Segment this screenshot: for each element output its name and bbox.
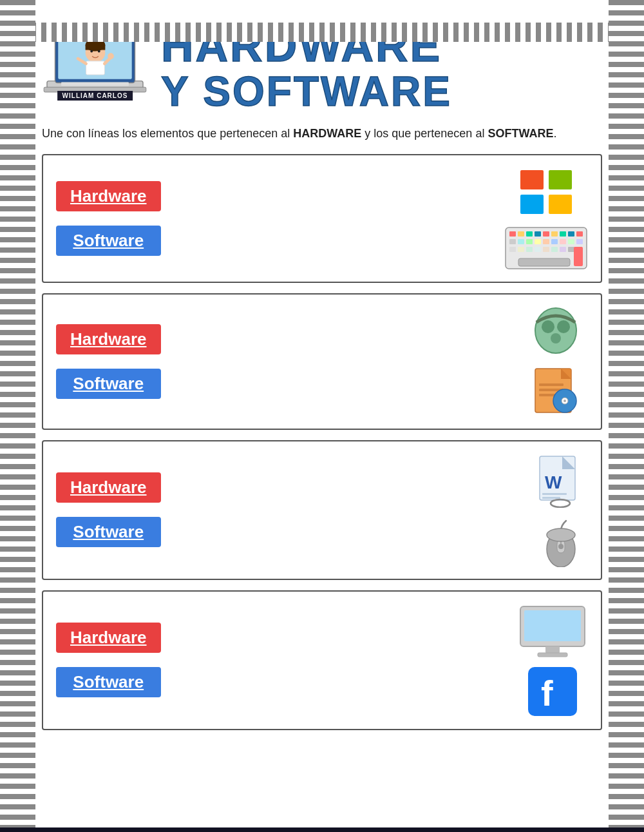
svg-rect-39 — [526, 247, 533, 252]
svg-rect-30 — [526, 239, 533, 244]
hardware-label-1[interactable]: Hardware — [56, 181, 161, 211]
svg-rect-37 — [509, 247, 516, 252]
svg-rect-41 — [543, 247, 549, 252]
svg-point-7 — [90, 50, 93, 52]
svg-rect-33 — [551, 239, 558, 244]
instruction-text-before: Une con líneas los elementos que pertene… — [42, 127, 293, 140]
labels-col-4: Hardware Software — [56, 623, 161, 697]
exercise-box-3: Hardware Software W — [42, 440, 602, 580]
page-wrapper: WILLIAM CARLOS HARDWARE Y SOFTWARE Une c… — [0, 23, 644, 832]
instruction-text-middle: y los que pertenecen al — [361, 127, 488, 140]
svg-rect-29 — [518, 239, 524, 244]
instruction-keyword1: HARDWARE — [293, 127, 361, 140]
svg-rect-45 — [518, 258, 570, 266]
monitor-icon — [517, 603, 588, 658]
svg-rect-32 — [543, 239, 549, 244]
hardware-label-2[interactable]: Hardware — [56, 324, 161, 354]
border-top — [0, 23, 644, 42]
svg-point-59 — [564, 400, 566, 402]
svg-rect-38 — [518, 247, 524, 252]
instruction-text-end: . — [553, 127, 556, 140]
svg-rect-26 — [568, 231, 574, 237]
svg-rect-42 — [551, 247, 558, 252]
word-app-icon: W — [533, 453, 588, 508]
svg-rect-54 — [539, 383, 564, 386]
svg-rect-16 — [520, 195, 544, 214]
svg-rect-43 — [560, 247, 566, 252]
svg-rect-21 — [526, 231, 533, 237]
svg-rect-22 — [535, 231, 541, 237]
svg-rect-36 — [576, 239, 583, 244]
labels-col-1: Hardware Software — [56, 181, 161, 256]
svg-rect-31 — [535, 239, 541, 244]
exercise-box-2: Hardware Software — [42, 293, 602, 430]
software-label-3[interactable]: Software — [56, 517, 161, 547]
svg-rect-46 — [574, 247, 583, 266]
facebook-icon: f — [527, 666, 578, 717]
instruction-text: Une con líneas los elementos que pertene… — [42, 125, 602, 142]
exercise-box-1: Hardware Software — [42, 154, 602, 283]
icons-col-3: W — [533, 453, 588, 567]
labels-col-3: Hardware Software — [56, 472, 161, 547]
keyboard-icon — [504, 226, 588, 270]
main-content: WILLIAM CARLOS HARDWARE Y SOFTWARE Une c… — [42, 23, 602, 730]
svg-rect-9 — [86, 61, 105, 75]
svg-rect-15 — [549, 170, 572, 189]
svg-rect-63 — [542, 493, 567, 495]
svg-rect-17 — [549, 195, 572, 214]
svg-rect-19 — [509, 231, 516, 237]
hardware-label-3[interactable]: Hardware — [56, 472, 161, 503]
svg-rect-24 — [551, 231, 558, 237]
svg-text:W: W — [545, 472, 562, 492]
mouse-icon — [535, 516, 587, 567]
svg-rect-14 — [520, 170, 544, 189]
svg-point-65 — [551, 499, 570, 507]
svg-text:f: f — [541, 673, 553, 713]
svg-rect-27 — [576, 231, 583, 237]
svg-point-50 — [551, 333, 561, 343]
svg-point-49 — [557, 320, 570, 333]
icons-col-2 — [524, 306, 588, 417]
title-line2: Y SOFTWARE — [161, 70, 602, 113]
speakers-icon — [524, 306, 588, 358]
svg-point-8 — [98, 50, 100, 52]
software-label-1[interactable]: Software — [56, 226, 161, 256]
icons-col-1 — [504, 167, 588, 270]
footer: ✶ ✶ WISEWORKSHEETS.COM ✶ ✶ WISEWORKSHEET… — [0, 827, 644, 832]
svg-rect-53 — [561, 369, 571, 379]
instruction-keyword2: SOFTWARE — [488, 127, 553, 140]
svg-rect-40 — [535, 247, 541, 252]
svg-rect-20 — [518, 231, 524, 237]
border-right — [609, 0, 644, 832]
hardware-label-4[interactable]: Hardware — [56, 623, 161, 653]
svg-rect-28 — [509, 239, 516, 244]
svg-rect-23 — [543, 231, 549, 237]
svg-rect-73 — [545, 646, 560, 653]
svg-rect-72 — [524, 610, 581, 641]
svg-rect-35 — [568, 239, 574, 244]
svg-point-70 — [547, 528, 575, 541]
document-icon — [530, 365, 582, 417]
windows-logo-icon — [517, 167, 575, 218]
software-label-4[interactable]: Software — [56, 667, 161, 697]
svg-rect-6 — [86, 45, 106, 50]
svg-rect-13 — [61, 82, 129, 86]
svg-rect-74 — [538, 653, 567, 657]
labels-col-2: Hardware Software — [56, 324, 161, 399]
svg-rect-64 — [542, 497, 560, 499]
exercise-box-4: Hardware Software f — [42, 590, 602, 730]
svg-rect-34 — [560, 239, 566, 244]
icons-col-4: f — [517, 603, 588, 717]
svg-rect-25 — [560, 231, 566, 237]
software-label-2[interactable]: Software — [56, 369, 161, 399]
border-left — [0, 0, 35, 832]
svg-point-48 — [542, 320, 554, 333]
author-name-badge: WILLIAM CARLOS — [57, 91, 133, 101]
svg-point-12 — [108, 53, 114, 59]
